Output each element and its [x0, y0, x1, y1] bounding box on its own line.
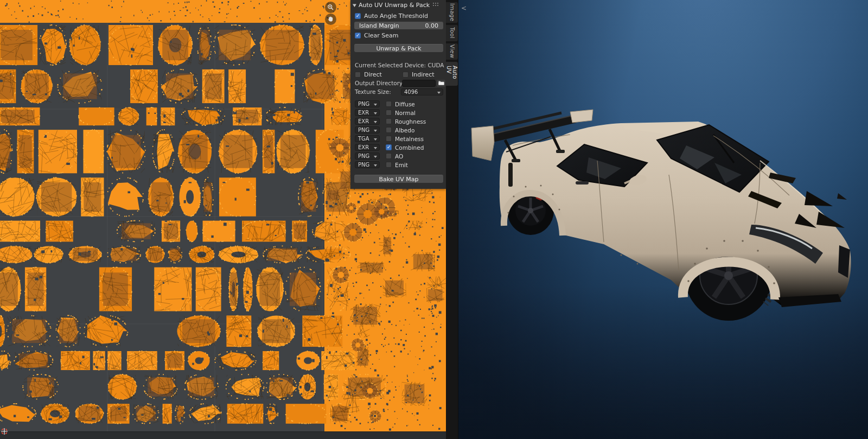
clear-seam-checkbox[interactable] [355, 33, 361, 39]
zoom-gizmo-button[interactable] [325, 2, 336, 13]
bake-row: PNG Diffuse [355, 100, 442, 107]
bake-pass-checkbox[interactable] [386, 101, 392, 107]
chevron-down-icon [374, 147, 377, 149]
chevron-down-icon [374, 121, 377, 123]
island-margin-label: Island Margin [359, 22, 399, 29]
bake-pass-checkbox[interactable] [386, 118, 392, 124]
bake-options-list: PNG Diffuse EXR Normal EXR Roughness [355, 100, 442, 170]
format-dropdown[interactable]: TGA [355, 135, 380, 142]
indirect-checkbox[interactable] [403, 72, 409, 78]
format-dropdown[interactable]: EXR [355, 118, 380, 125]
chevron-down-icon [374, 164, 377, 167]
bake-row: PNG Emit [355, 161, 442, 168]
bake-row: EXR Normal [355, 109, 442, 116]
bake-pass-label: Normal [395, 110, 416, 116]
hand-icon [327, 16, 334, 23]
bake-pass-checkbox[interactable] [386, 153, 392, 159]
format-dropdown[interactable]: PNG [355, 152, 380, 160]
bake-pass-label: Combined [395, 144, 424, 151]
bake-pass-label: Albedo [395, 127, 414, 133]
browse-folder-button[interactable] [437, 80, 445, 87]
direct-label: Direct [364, 71, 382, 78]
auto-angle-row: Auto Angle Threshold [355, 12, 442, 20]
bake-row: TGA Metalness [355, 135, 442, 142]
bake-row: PNG AO [355, 152, 442, 160]
tab-view[interactable]: View [446, 43, 458, 60]
tab-label: View [449, 44, 455, 58]
bake-row: EXR Roughness [355, 118, 442, 125]
chevron-down-icon [437, 92, 441, 94]
bake-pass-checkbox[interactable] [386, 110, 392, 116]
format-dropdown[interactable]: EXR [355, 109, 380, 116]
format-value: EXR [358, 118, 369, 124]
texture-size-dropdown[interactable]: 4096 [401, 88, 443, 96]
texture-size-value: 4096 [404, 89, 418, 95]
texture-size-label: Texture Size: [355, 88, 391, 95]
panel-title: Auto UV Unwrap & Pack [359, 2, 430, 9]
clear-seam-row: Clear Seam [355, 32, 442, 39]
bake-pass-label: Emit [395, 162, 408, 168]
format-value: PNG [358, 127, 369, 133]
car-model[interactable] [458, 0, 868, 439]
island-margin-slider[interactable]: Island Margin 0.00 [354, 22, 443, 29]
chevron-down-icon [374, 156, 377, 158]
island-margin-value: 0.00 [425, 22, 439, 29]
3d-viewport[interactable]: < [458, 0, 868, 439]
tab-image[interactable]: Image [446, 2, 458, 23]
indirect-label: Indirect [412, 71, 435, 78]
chevron-down-icon [374, 130, 377, 132]
format-value: EXR [358, 110, 369, 116]
bake-pass-checkbox[interactable] [386, 144, 392, 150]
tab-label: Tool [449, 27, 455, 39]
bake-row: PNG Albedo [355, 126, 442, 133]
tab-label: Image [449, 3, 455, 21]
tab-auto uv[interactable]: Auto UV [446, 62, 458, 86]
bake-row: EXR Combined [355, 144, 442, 151]
direct-checkbox[interactable] [355, 72, 361, 78]
bake-pass-checkbox[interactable] [386, 136, 392, 142]
pan-gizmo-button[interactable] [325, 14, 336, 25]
unwrap-pack-button[interactable]: Unwrap & Pack [354, 44, 443, 52]
bake-uv-map-button[interactable]: Bake UV Map [354, 175, 443, 183]
tab-label: Auto UV [446, 66, 458, 82]
direct-indirect-row: Direct Indirect [355, 71, 442, 78]
format-value: TGA [358, 136, 369, 142]
folder-icon [438, 80, 444, 87]
tab-tool[interactable]: Tool [446, 25, 458, 41]
device-text: Current Selected Device: CUDA [355, 62, 444, 68]
format-value: PNG [358, 162, 369, 168]
clear-seam-label: Clear Seam [364, 32, 398, 39]
format-dropdown[interactable]: PNG [355, 126, 380, 133]
format-dropdown[interactable]: EXR [355, 144, 380, 151]
magnifier-icon [327, 4, 334, 11]
output-directory-input[interactable] [402, 80, 436, 87]
sidebar-tab-strip: Image Tool View Auto UV [446, 0, 458, 439]
blender-window: ▼ Auto UV Unwrap & Pack Auto Angle Thres… [0, 0, 868, 439]
format-dropdown[interactable]: PNG [355, 100, 380, 107]
auto-angle-label: Auto Angle Threshold [364, 12, 428, 20]
panel-grip-icon[interactable] [432, 2, 439, 6]
bake-pass-label: Diffuse [395, 101, 415, 107]
chevron-down-icon [374, 138, 377, 141]
chevron-down-icon [374, 112, 377, 114]
door-handle [576, 181, 589, 184]
panel-header[interactable]: ▼ Auto UV Unwrap & Pack [353, 1, 444, 9]
bake-pass-checkbox[interactable] [386, 127, 392, 133]
format-dropdown[interactable]: PNG [355, 161, 380, 168]
bake-pass-label: Roughness [395, 118, 426, 125]
rear-bumper-vent [508, 163, 513, 187]
chevron-down-icon [374, 104, 377, 106]
bake-pass-label: AO [395, 153, 403, 160]
auto-angle-checkbox[interactable] [355, 13, 361, 19]
sidebar-collapse-arrow[interactable]: < [461, 4, 467, 12]
format-value: PNG [358, 153, 369, 159]
output-directory-label: Output Directory: [355, 80, 404, 86]
auto-uv-panel: ▼ Auto UV Unwrap & Pack Auto Angle Thres… [350, 0, 446, 189]
format-value: EXR [358, 144, 369, 150]
format-value: PNG [358, 101, 369, 107]
bake-pass-checkbox[interactable] [386, 162, 392, 168]
chevron-down-icon: ▼ [353, 3, 356, 8]
bake-pass-label: Metalness [395, 136, 424, 142]
